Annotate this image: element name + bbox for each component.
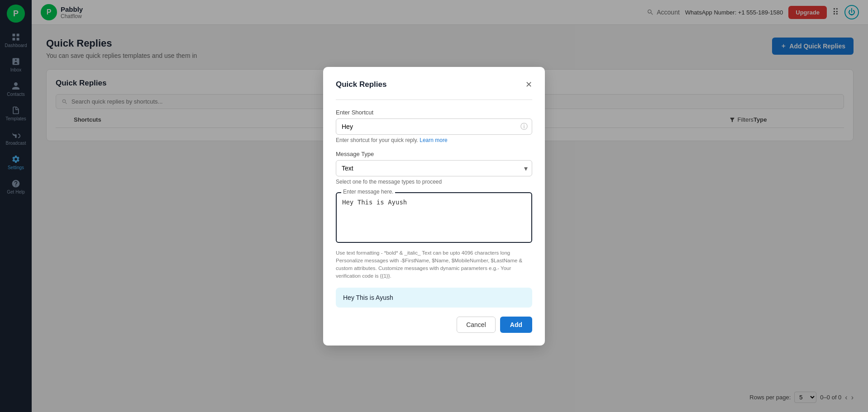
message-textarea[interactable]: Hey This is Ayush bbox=[342, 199, 526, 235]
modal-close-button[interactable]: ✕ bbox=[525, 80, 532, 90]
message-type-help: Select one fo the message types to proce… bbox=[336, 179, 532, 185]
modal-overlay: Quick Replies ✕ Enter Shortcut ⓘ Enter s… bbox=[0, 0, 868, 412]
add-button[interactable]: Add bbox=[500, 317, 532, 333]
message-format-help: Use text formatting - *bold* & _italic_ … bbox=[336, 249, 532, 280]
message-type-select[interactable]: Text Image Video Document bbox=[336, 160, 532, 176]
modal-footer: Cancel Add bbox=[336, 317, 532, 333]
cancel-button[interactable]: Cancel bbox=[457, 317, 496, 333]
shortcut-group: Enter Shortcut ⓘ Enter shortcut for your… bbox=[336, 109, 532, 143]
modal-title: Quick Replies bbox=[336, 80, 386, 89]
shortcut-input-wrap: ⓘ bbox=[336, 118, 532, 135]
message-box-group: Enter message here. Hey This is Ayush bbox=[336, 192, 532, 243]
modal-header: Quick Replies ✕ bbox=[336, 80, 532, 90]
learn-more-link[interactable]: Learn more bbox=[420, 137, 447, 143]
shortcut-label: Enter Shortcut bbox=[336, 109, 532, 116]
message-legend: Enter message here. bbox=[341, 189, 395, 195]
info-icon: ⓘ bbox=[520, 122, 528, 131]
shortcut-help: Enter shortcut for your quick reply. Lea… bbox=[336, 137, 532, 143]
message-type-label: Message Type bbox=[336, 151, 532, 157]
shortcut-input[interactable] bbox=[336, 118, 532, 135]
modal-divider bbox=[336, 99, 532, 100]
message-preview: Hey This is Ayush bbox=[336, 288, 532, 308]
quick-replies-modal: Quick Replies ✕ Enter Shortcut ⓘ Enter s… bbox=[323, 67, 545, 346]
message-type-group: Message Type Text Image Video Document ▾… bbox=[336, 151, 532, 185]
message-type-select-wrap: Text Image Video Document ▾ bbox=[336, 160, 532, 176]
